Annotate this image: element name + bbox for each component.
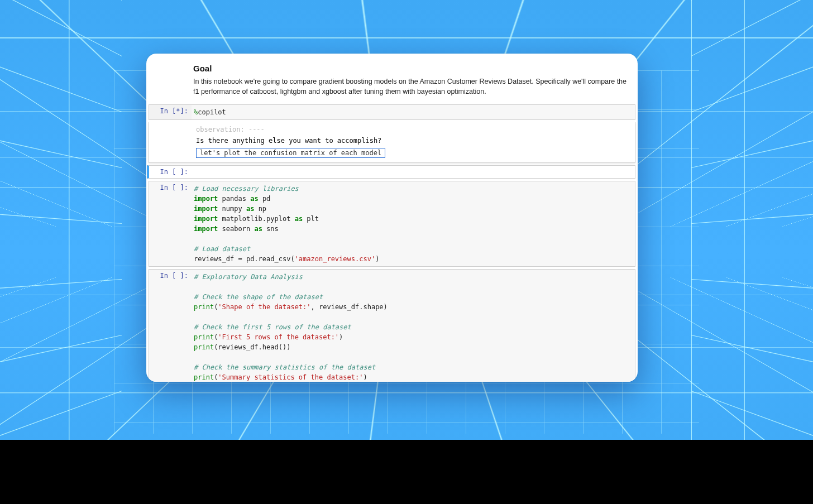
copilot-question: Is there anything else you want to accom… — [196, 137, 632, 145]
code-cell-load-libs[interactable]: In [ ]: # Load necessary libraries impor… — [149, 181, 635, 267]
stage: Goal In this notebook we're going to com… — [0, 0, 813, 504]
code-text: ) — [339, 333, 343, 341]
letterbox-bottom — [0, 440, 813, 504]
cell-body[interactable]: # Load necessary libraries import pandas… — [192, 181, 635, 266]
string-literal: 'Summary statistics of the dataset:' — [218, 373, 363, 381]
code-text: (reviews_df.head()) — [214, 343, 290, 351]
kw-import: import — [194, 225, 218, 233]
module-name: pandas — [222, 195, 246, 203]
builtin-print: print — [194, 303, 214, 311]
builtin-print: print — [194, 333, 214, 341]
cell-prompt: In [ ]: — [149, 270, 192, 382]
code-comment: # Exploratory Data Analysis — [194, 273, 303, 281]
code-text: reviews_df = pd.read_csv( — [194, 255, 295, 263]
code-comment: # Check the summary statistics of the da… — [194, 363, 375, 371]
kw-as: as — [246, 205, 254, 213]
markdown-body: In this notebook we're going to compare … — [193, 76, 628, 97]
kw-as: as — [254, 225, 262, 233]
code-text: , reviews_df.shape) — [311, 303, 388, 311]
kw-import: import — [194, 195, 218, 203]
jupyter-notebook-window: Goal In this notebook we're going to com… — [146, 54, 638, 382]
markdown-heading: Goal — [193, 64, 628, 73]
builtin-print: print — [194, 373, 214, 381]
module-name: matplotlib.pyplot — [222, 215, 291, 223]
builtin-print: print — [194, 343, 214, 351]
copilot-output: observation: ---- Is there anything else… — [149, 122, 635, 163]
module-name: numpy — [222, 205, 242, 213]
cell-body[interactable]: %copilot — [192, 105, 635, 119]
code-comment: # Load dataset — [194, 245, 250, 253]
code-comment: # Check the shape of the dataset — [194, 293, 323, 301]
string-literal: 'First 5 rows of the dataset:' — [218, 333, 339, 341]
code-comment: # Load necessary libraries — [194, 185, 299, 193]
string-literal: 'amazon_reviews.csv' — [295, 255, 376, 263]
code-text: ) — [375, 255, 379, 263]
kw-import: import — [194, 205, 218, 213]
code-cell-eda[interactable]: In [ ]: # Exploratory Data Analysis # Ch… — [149, 269, 635, 382]
magic-command: copilot — [198, 108, 226, 116]
copilot-truncated-line: observation: ---- — [196, 126, 632, 133]
notebook-scroll-area[interactable]: Goal In this notebook we're going to com… — [146, 54, 638, 382]
module-name: seaborn — [222, 225, 251, 233]
kw-as: as — [295, 215, 303, 223]
cell-body[interactable]: # Exploratory Data Analysis # Check the … — [192, 270, 635, 382]
cell-prompt: In [ ]: — [149, 181, 192, 266]
cell-prompt: In [ ]: — [149, 166, 192, 178]
kw-as: as — [250, 195, 258, 203]
code-cell-empty-selected[interactable]: In [ ]: — [147, 165, 635, 179]
code-comment: # Check the first 5 rows of the dataset — [194, 323, 351, 331]
copilot-user-input[interactable]: let's plot the confusion matrix of each … — [196, 148, 385, 158]
alias: sns — [266, 225, 279, 233]
string-literal: 'Shape of the dataset:' — [218, 303, 310, 311]
alias: pd — [262, 195, 270, 203]
markdown-cell-goal[interactable]: Goal In this notebook we're going to com… — [146, 64, 638, 102]
kw-import: import — [194, 215, 218, 223]
alias: np — [259, 205, 266, 213]
alias: plt — [307, 215, 319, 223]
code-cell-copilot[interactable]: In [*]: %copilot — [149, 104, 635, 120]
cell-prompt: In [*]: — [149, 105, 192, 119]
cell-body[interactable] — [192, 166, 635, 178]
code-text: ) — [363, 373, 367, 381]
